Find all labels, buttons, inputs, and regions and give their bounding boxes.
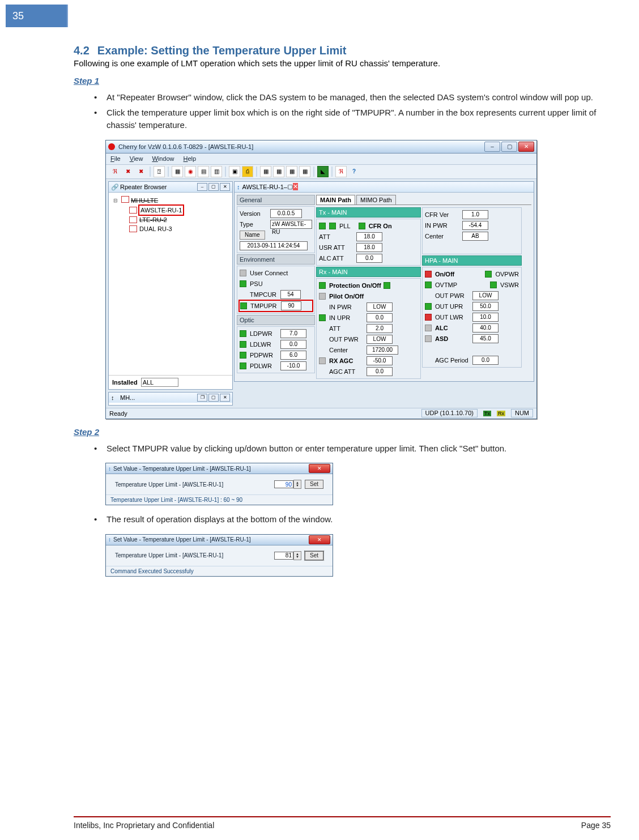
close-button[interactable]: ✕ xyxy=(220,183,230,191)
title-bar[interactable]: Cherry for VzW 0.1.0.6 T-0829 - [AWSLTE-… xyxy=(106,140,536,153)
alc-label[interactable]: ALC xyxy=(435,325,470,331)
agcperiod-value[interactable]: 0.0 xyxy=(472,356,499,365)
usratt-value[interactable]: 18.0 xyxy=(356,243,382,252)
toolbar-icon[interactable]: ▦ xyxy=(172,166,183,177)
toolbar-icon[interactable]: ◣ xyxy=(317,166,329,177)
onoff-label[interactable]: On/Off xyxy=(435,271,454,278)
rx-inpwr-label: IN PWR xyxy=(329,304,364,310)
toolbar-icon[interactable]: ▦ xyxy=(260,166,271,177)
menu-help[interactable]: Help xyxy=(184,155,197,162)
tx-center-value[interactable]: AB xyxy=(462,232,488,241)
alc-value[interactable]: 40.0 xyxy=(472,323,499,332)
toolbar-icon[interactable]: ✖ xyxy=(135,166,147,177)
value-input[interactable] xyxy=(274,552,293,560)
spinner-buttons[interactable]: ▲▼ xyxy=(293,551,301,560)
tree-root[interactable]: MHU-LTE xyxy=(131,197,158,204)
toolbar-icon[interactable]: ▦ xyxy=(286,166,297,177)
menu-view[interactable]: View xyxy=(130,155,143,162)
help-icon[interactable]: ? xyxy=(348,166,360,177)
maximize-button[interactable]: ▢ xyxy=(501,142,517,152)
restore-button[interactable]: ❐ xyxy=(197,394,207,402)
rx-att-value[interactable]: 2.0 xyxy=(367,324,393,333)
cfrver-value: 1.0 xyxy=(462,210,488,219)
set-button[interactable]: Set xyxy=(305,480,323,489)
type-value[interactable]: zW AWSLTE-RU xyxy=(270,220,312,229)
dialog-icon: ↕ xyxy=(108,466,111,472)
att-value[interactable]: 18.0 xyxy=(356,232,382,241)
toolbar-icon[interactable]: ▣ xyxy=(229,166,240,177)
pdlwr-value[interactable]: -10.0 xyxy=(280,361,306,370)
ldpwr-value[interactable]: 7.0 xyxy=(280,329,306,338)
rxagc-value[interactable]: -50.0 xyxy=(367,356,393,365)
tree-node-selected[interactable]: AWSLTE-RU-1 xyxy=(138,204,184,216)
tree-node[interactable]: DUAL RU-3 xyxy=(139,224,172,233)
asd-value[interactable]: 45.0 xyxy=(472,334,499,343)
toolbar-icon[interactable]: ▦ xyxy=(299,166,310,177)
toolbar-icon[interactable]: ℜ xyxy=(335,166,347,177)
window-icon: ↕ xyxy=(237,184,240,190)
user-connect-label: User Connect xyxy=(250,270,288,276)
close-button[interactable]: ✕ xyxy=(293,183,298,190)
usratt-label: USR ATT xyxy=(319,244,354,251)
toolbar-icon[interactable]: ⍰ xyxy=(154,166,165,177)
spinner-buttons[interactable]: ▲▼ xyxy=(293,480,301,489)
maximize-button[interactable]: ▢ xyxy=(208,183,219,191)
set-button[interactable]: Set xyxy=(305,551,323,560)
toolbar-icon[interactable]: ⎙ xyxy=(242,166,253,177)
tab-mimo-path[interactable]: MIMO Path xyxy=(356,195,396,204)
pdpwr-value[interactable]: 6.0 xyxy=(280,351,306,360)
led-icon xyxy=(425,314,432,321)
alcatt-value[interactable]: 0.0 xyxy=(356,254,382,263)
node-icon xyxy=(129,207,137,214)
rx-inupr-value[interactable]: 0.0 xyxy=(367,313,393,322)
att-label: ATT xyxy=(319,233,354,240)
led-icon xyxy=(485,271,492,278)
toolbar-icon[interactable]: ▤ xyxy=(198,166,209,177)
prot-label[interactable]: Protection On/Off xyxy=(329,282,381,289)
maximize-button[interactable]: ▢ xyxy=(287,183,293,190)
ldlwr-label: LDLWR xyxy=(250,341,278,348)
menu-window[interactable]: Window xyxy=(152,155,174,162)
dialog-title-bar[interactable]: ↕ Set Value - Temperature Upper Limit - … xyxy=(106,463,333,474)
asd-label[interactable]: ASD xyxy=(435,335,470,342)
installed-input[interactable] xyxy=(141,378,178,387)
name-button[interactable]: Name xyxy=(240,231,265,240)
menu-file[interactable]: File xyxy=(110,155,121,162)
toolbar-icon[interactable]: ℜ xyxy=(109,166,121,177)
rxagc-label[interactable]: RX AGC xyxy=(329,357,364,364)
device-tree[interactable]: MHU-LTE AWSLTE-RU-1 LTE-RU-2 DUAL RU-3 xyxy=(109,193,232,375)
close-button[interactable]: ✕ xyxy=(309,464,330,473)
maximize-button[interactable]: ▢ xyxy=(208,394,219,402)
value-spinner[interactable]: ▲▼ xyxy=(274,480,301,489)
tab-main-path[interactable]: MAIN Path xyxy=(316,195,355,204)
minimize-button[interactable]: – xyxy=(484,142,500,152)
led-icon xyxy=(319,223,326,229)
optic-header: Optic xyxy=(237,315,315,325)
toolbar-icon[interactable]: ▦ xyxy=(273,166,284,177)
cfron-label[interactable]: CFR On xyxy=(369,223,392,229)
toolbar-icon[interactable]: ▥ xyxy=(211,166,222,177)
hpa-outlwr-value[interactable]: 10.0 xyxy=(472,313,499,322)
hpa-header: HPA - MAIN xyxy=(422,255,522,266)
ldlwr-value[interactable]: 0.0 xyxy=(280,340,306,349)
close-button[interactable]: ✕ xyxy=(518,142,534,152)
value-spinner[interactable]: ▲▼ xyxy=(274,551,301,560)
section-heading: 4.2Example: Setting the Temperature Uppe… xyxy=(74,44,611,57)
menu-bar[interactable]: File View Window Help xyxy=(106,153,536,165)
minimize-button[interactable]: – xyxy=(197,183,207,191)
agcatt-value[interactable]: 0.0 xyxy=(367,367,393,376)
toolbar: ℜ ✖ ✖ ⍰ ▦ ◉ ▤ ▥ ▣ ⎙ ▦ ▦ ▦ xyxy=(106,165,536,179)
hpa-outupr-value[interactable]: 50.0 xyxy=(472,302,499,311)
toolbar-icon[interactable]: ◉ xyxy=(185,166,196,177)
tree-node[interactable]: LTE-RU-2 xyxy=(139,215,167,224)
mh-taskbar-item[interactable]: ↕MH...❐▢✕ xyxy=(108,392,233,406)
value-input[interactable] xyxy=(274,480,293,488)
close-button[interactable]: ✕ xyxy=(309,535,330,544)
rx-center-value[interactable]: 1720.00 xyxy=(367,346,398,355)
dialog-title-bar[interactable]: ↕ Set Value - Temperature Upper Limit - … xyxy=(106,535,333,545)
pilot-label[interactable]: Pilot On/Off xyxy=(329,293,364,300)
toolbar-icon[interactable]: ✖ xyxy=(122,166,134,177)
close-button[interactable]: ✕ xyxy=(220,394,230,402)
tmpupr-value[interactable]: 90 xyxy=(281,301,301,310)
detail-pane: ↕ AWSLTE-RU-1 – ▢ ✕ General xyxy=(234,181,534,406)
